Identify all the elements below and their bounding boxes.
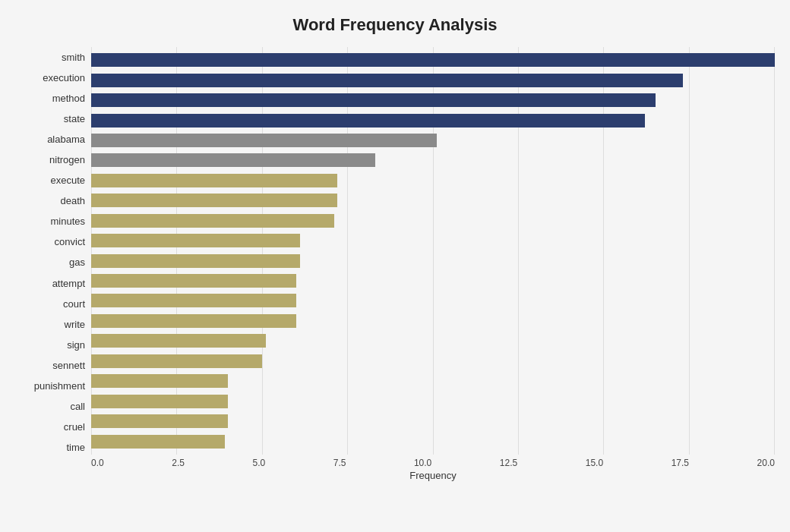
plot-area: 0.02.55.07.510.012.515.017.520.0 Frequen… (91, 47, 775, 480)
y-label: write (65, 315, 85, 333)
bar-row (91, 52, 775, 68)
y-label: time (66, 438, 85, 456)
x-axis: 0.02.55.07.510.012.515.017.520.0 Frequen… (91, 458, 775, 480)
bar-row (91, 433, 775, 450)
bar (91, 435, 225, 449)
bar (91, 294, 296, 307)
bar (91, 194, 337, 207)
x-tick: 5.0 (252, 458, 265, 468)
bar-row (91, 192, 775, 209)
bar (91, 74, 683, 87)
bar-row (91, 253, 775, 269)
y-label: attempt (52, 274, 85, 292)
bar-row (91, 152, 775, 168)
y-label: sign (67, 335, 85, 354)
y-label: method (52, 90, 85, 108)
y-label: minutes (50, 212, 85, 231)
bar (91, 274, 296, 288)
bar-row (91, 332, 775, 349)
bar-row (91, 112, 775, 129)
bar (91, 174, 337, 187)
bar-row (91, 92, 775, 109)
bar (91, 374, 228, 388)
bar (91, 414, 228, 428)
bar-row (91, 212, 775, 229)
bar (91, 114, 645, 127)
x-tick: 17.5 (672, 458, 689, 468)
y-label: execution (43, 69, 85, 87)
bar-row (91, 393, 775, 410)
bar-row (91, 313, 775, 329)
bar-row (91, 413, 775, 430)
bar-row (91, 292, 775, 309)
y-label: cruel (64, 417, 85, 436)
x-tick: 20.0 (757, 458, 775, 468)
x-tick: 0.0 (91, 458, 104, 468)
bar (91, 314, 296, 328)
bar (91, 234, 300, 247)
bar-row (91, 72, 775, 89)
bar (91, 254, 300, 268)
y-label: call (70, 397, 85, 415)
bar (91, 354, 262, 368)
y-label: state (64, 110, 85, 128)
y-label: court (63, 294, 85, 313)
y-label: execute (50, 172, 85, 190)
y-label: gas (69, 253, 85, 272)
bar (91, 334, 266, 348)
x-axis-label: Frequency (91, 470, 775, 481)
bar (91, 53, 775, 67)
y-label: convict (55, 233, 85, 251)
x-tick: 15.0 (586, 458, 603, 468)
chart-container: Word Frequency Analysis smithexecutionme… (0, 0, 790, 532)
y-axis: smithexecutionmethodstatealabamanitrogen… (15, 47, 91, 480)
bar-row (91, 373, 775, 389)
x-tick: 12.5 (500, 458, 517, 468)
y-label: alabama (47, 131, 85, 149)
y-label: death (60, 192, 85, 210)
bar-row (91, 272, 775, 289)
bar-row (91, 172, 775, 189)
bar-row (91, 232, 775, 249)
x-ticks: 0.02.55.07.510.012.515.017.520.0 (91, 458, 775, 468)
x-tick: 2.5 (172, 458, 185, 468)
chart-area: smithexecutionmethodstatealabamanitrogen… (15, 47, 775, 480)
y-label: sennett (52, 356, 85, 374)
bars-wrapper (91, 47, 775, 455)
y-label: nitrogen (49, 151, 85, 169)
x-tick: 10.0 (414, 458, 431, 468)
x-tick: 7.5 (333, 458, 346, 468)
y-label: punishment (34, 376, 85, 395)
bar (91, 395, 228, 408)
bar (91, 214, 334, 228)
bar (91, 153, 375, 167)
bar (91, 134, 437, 147)
grid-and-bars (91, 47, 775, 455)
bar-row (91, 132, 775, 149)
chart-title: Word Frequency Analysis (15, 15, 775, 35)
bar (91, 93, 656, 107)
bar-row (91, 353, 775, 370)
y-label: smith (62, 49, 85, 67)
